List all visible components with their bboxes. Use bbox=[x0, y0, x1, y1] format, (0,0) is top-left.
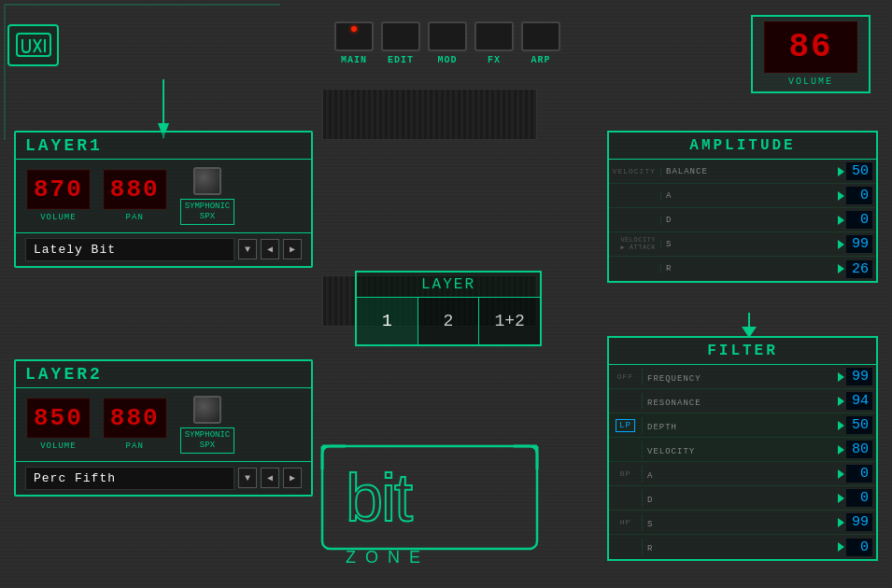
uvi-logo bbox=[7, 24, 59, 66]
filter-hp-s-arrow[interactable] bbox=[838, 518, 844, 527]
filter-hp-s-label: S bbox=[643, 520, 653, 529]
filter-freq-value: 99 bbox=[838, 368, 876, 385]
nav-btn-arp[interactable] bbox=[521, 21, 560, 51]
layer2-spx-badge: SYMPHONIC SPX bbox=[180, 427, 235, 454]
layer-selector-buttons: 1 2 1+2 bbox=[357, 298, 540, 344]
filter-bp-d-row: D 0 bbox=[609, 486, 876, 511]
layer2-pan-display: 880 bbox=[104, 399, 166, 438]
filter-res-arrow[interactable] bbox=[838, 397, 844, 406]
layer2-pan-label: PAN bbox=[126, 441, 144, 451]
top-bar: MAIN EDIT MOD FX ARP 86 VOLUME bbox=[7, 7, 885, 82]
layer-sel-btn-12[interactable]: 1+2 bbox=[479, 298, 540, 344]
amp-d-val: 0 bbox=[846, 211, 872, 229]
amp-d-label: D bbox=[661, 216, 838, 225]
layer1-title: LAYER1 bbox=[16, 133, 311, 160]
layer2-spx-knob[interactable] bbox=[193, 396, 221, 424]
volume-section: 86 VOLUME bbox=[751, 15, 871, 93]
amplitude-section: AMPLITUDE VELOCITY BALANCE 50 A 0 D bbox=[607, 131, 878, 283]
amp-r-arrow[interactable] bbox=[838, 264, 844, 273]
filter-hp-r-value: 0 bbox=[838, 539, 876, 556]
layer2-preset-name: Perc Fifth bbox=[25, 467, 234, 490]
filter-depth-label: DEPTH bbox=[643, 423, 677, 432]
layer2-volume-label: VOLUME bbox=[40, 441, 76, 451]
layer2-preset-next[interactable]: ▶ bbox=[283, 468, 302, 488]
filter-frequency-row: OFF FREQUENCY 99 bbox=[609, 365, 876, 389]
filter-res-label: RESONANCE bbox=[643, 399, 701, 408]
layer2-preset-prev[interactable]: ◀ bbox=[261, 468, 279, 488]
filter-hp-s-val: 99 bbox=[846, 513, 872, 531]
layer2-preset-selector: Perc Fifth ▼ ◀ ▶ bbox=[16, 461, 311, 495]
amplitude-balance-value: 50 bbox=[838, 162, 876, 180]
amp-to-filter-arrow bbox=[742, 313, 757, 338]
amplitude-r-row: R 26 bbox=[609, 257, 876, 281]
lp-label[interactable]: LP bbox=[616, 419, 635, 432]
layer1-preset-prev[interactable]: ◀ bbox=[261, 239, 279, 259]
amplitude-balance-row: VELOCITY BALANCE 50 bbox=[609, 160, 876, 184]
filter-vel-arrow[interactable] bbox=[838, 445, 844, 455]
filter-hp-r-label: R bbox=[643, 544, 653, 553]
layer2-volume-group: 850 VOLUME bbox=[27, 399, 90, 451]
layer1-volume-display: 870 bbox=[27, 170, 90, 209]
layer1-preset-next[interactable]: ▶ bbox=[283, 239, 302, 259]
amp-d-arrow[interactable] bbox=[838, 216, 844, 225]
layer2-pan-group: 880 PAN bbox=[104, 399, 166, 451]
filter-vel-val: 80 bbox=[846, 441, 872, 458]
amplitude-s-value: 99 bbox=[838, 235, 876, 253]
amplitude-velocity-label1: VELOCITY bbox=[609, 167, 660, 175]
amp-r-val: 26 bbox=[846, 260, 872, 278]
amp-a-val: 0 bbox=[846, 187, 872, 204]
filter-freq-label: FREQUENCY bbox=[643, 374, 701, 384]
nav-label-mod: MOD bbox=[437, 55, 457, 65]
filter-resonance-row: RESONANCE 94 bbox=[609, 389, 876, 413]
filter-bp-a-arrow[interactable] bbox=[838, 469, 844, 479]
layer1-volume-group: 870 VOLUME bbox=[27, 170, 90, 222]
layer-sel-btn-2[interactable]: 2 bbox=[418, 298, 480, 344]
layer1-preset-selector: Lately Bit ▼ ◀ ▶ bbox=[16, 232, 311, 266]
layer1-pan-group: 880 PAN bbox=[104, 170, 166, 222]
filter-res-val: 94 bbox=[846, 392, 872, 410]
nav-label-main: MAIN bbox=[341, 55, 367, 65]
amp-s-arrow[interactable] bbox=[838, 240, 844, 249]
filter-section: FILTER OFF FREQUENCY 99 RESONANCE 94 LP … bbox=[607, 336, 878, 561]
filter-bp-d-value: 0 bbox=[838, 489, 876, 507]
layer-selector-title: LAYER bbox=[357, 273, 540, 298]
nav-btn-main[interactable] bbox=[334, 21, 374, 51]
nav-label-edit: EDIT bbox=[388, 55, 414, 65]
filter-velocity-row: VELOCITY 80 bbox=[609, 438, 876, 462]
layer1-spx-badge: SYMPHONIC SPX bbox=[180, 199, 235, 225]
filter-hp-s-row: HP S 99 bbox=[609, 511, 876, 535]
nav-btn-arp-group: ARP bbox=[521, 21, 560, 65]
layer2-preset-dropdown[interactable]: ▼ bbox=[238, 468, 257, 488]
filter-hp-r-row: R 0 bbox=[609, 535, 876, 559]
filter-hp-r-arrow[interactable] bbox=[838, 542, 844, 552]
layer1-spx-knob[interactable] bbox=[193, 167, 221, 195]
layer-selector: LAYER 1 2 1+2 bbox=[355, 271, 542, 346]
bitzone-logo: bit ZONE bbox=[318, 439, 542, 574]
nav-btn-fx[interactable] bbox=[474, 21, 514, 51]
layer1-pan-display: 880 bbox=[104, 170, 166, 209]
layer-sel-btn-1[interactable]: 1 bbox=[357, 298, 418, 344]
filter-bp-d-arrow[interactable] bbox=[838, 494, 844, 503]
amplitude-a-value: 0 bbox=[838, 187, 876, 204]
nav-btn-mod[interactable] bbox=[428, 21, 467, 51]
svg-text:ZONE: ZONE bbox=[346, 548, 430, 567]
amp-r-label: R bbox=[661, 264, 838, 273]
filter-depth-arrow[interactable] bbox=[838, 421, 844, 430]
nav-btn-main-group: MAIN bbox=[334, 21, 374, 65]
filter-freq-arrow[interactable] bbox=[838, 372, 844, 382]
amp-s-val: 99 bbox=[846, 235, 872, 253]
filter-title: FILTER bbox=[609, 338, 876, 365]
filter-bp-a-value: 0 bbox=[838, 465, 876, 483]
bp-label: BP bbox=[620, 469, 631, 478]
balance-arrow[interactable] bbox=[838, 167, 844, 176]
nav-btn-edit[interactable] bbox=[381, 21, 420, 51]
grille-top bbox=[322, 89, 537, 140]
filter-bp-a-label: A bbox=[643, 471, 653, 481]
filter-res-value: 94 bbox=[838, 392, 876, 410]
volume-display: 86 bbox=[764, 21, 857, 73]
layer1-preset-dropdown[interactable]: ▼ bbox=[238, 239, 257, 259]
layer2-controls: 850 VOLUME 880 PAN SYMPHONIC SPX bbox=[16, 388, 311, 461]
layer2-panel: LAYER2 850 VOLUME 880 PAN SYMPHONIC SPX … bbox=[14, 359, 313, 497]
filter-bp-a-val: 0 bbox=[846, 465, 872, 483]
amp-a-arrow[interactable] bbox=[838, 191, 844, 201]
